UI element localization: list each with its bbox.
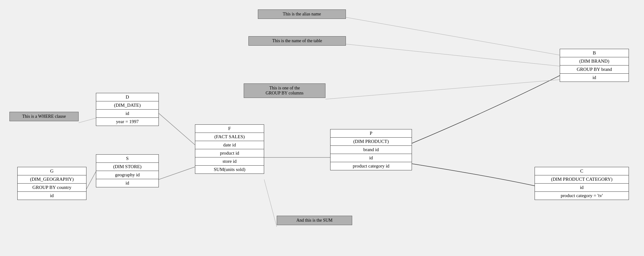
node-P-row-1: id bbox=[330, 154, 412, 162]
node-F-row-2: store id bbox=[195, 157, 264, 166]
node-F-table: (FACT SALES) bbox=[195, 133, 264, 141]
svg-line-0 bbox=[159, 113, 195, 145]
annotation-where-clause: This is a WHERE clause bbox=[9, 112, 79, 121]
node-S-alias: S bbox=[96, 155, 158, 163]
node-G-row-1: id bbox=[18, 192, 86, 200]
node-D-table: (DIM_DATE) bbox=[96, 101, 158, 110]
svg-line-4 bbox=[346, 17, 560, 55]
node-B-table: (DIM BRAND) bbox=[560, 57, 629, 65]
node-G-row-0: GROUP BY country bbox=[18, 184, 86, 192]
node-C: C (DIM PRODUCT CATEGORY) id product cate… bbox=[535, 167, 629, 200]
svg-line-2 bbox=[86, 172, 96, 189]
node-C-alias: C bbox=[535, 167, 629, 175]
node-F-alias: F bbox=[195, 125, 264, 133]
svg-line-8 bbox=[264, 179, 277, 227]
node-B-row-0: GROUP BY brand bbox=[560, 65, 629, 74]
node-P-alias: P bbox=[330, 129, 412, 138]
annotation-group-by: This is one of the GROUP BY columns bbox=[244, 83, 325, 98]
svg-line-6 bbox=[325, 80, 560, 99]
node-G: G (DIM_GEOGRAPHY) GROUP BY country id bbox=[17, 167, 86, 200]
svg-line-5 bbox=[346, 44, 560, 66]
node-F-row-3: SUM(units sold) bbox=[195, 166, 264, 174]
diagram-container: B (DIM BRAND) GROUP BY brand id C (DIM P… bbox=[0, 0, 644, 256]
node-P-row-0: brand id bbox=[330, 146, 412, 154]
node-D-alias: D bbox=[96, 93, 158, 101]
node-B-row-1: id bbox=[560, 74, 629, 82]
node-B: B (DIM BRAND) GROUP BY brand id bbox=[560, 49, 629, 82]
node-P-row-2: product category id bbox=[330, 162, 412, 170]
annotation-alias-name: This is the alias name bbox=[258, 9, 346, 19]
node-C-table: (DIM PRODUCT CATEGORY) bbox=[535, 175, 629, 184]
node-S: S (DIM STORE) geography id id bbox=[96, 154, 159, 187]
node-F-row-1: product id bbox=[195, 149, 264, 157]
node-G-table: (DIM_GEOGRAPHY) bbox=[18, 175, 86, 184]
node-P: P (DIM PRODUCT) brand id id product cate… bbox=[330, 129, 412, 170]
node-D-row-0: id bbox=[96, 110, 158, 118]
node-C-row-1: product category = 'tv' bbox=[535, 192, 629, 200]
node-B-alias: B bbox=[560, 49, 629, 57]
node-F-row-0: date id bbox=[195, 141, 264, 149]
node-C-row-0: id bbox=[535, 184, 629, 192]
node-S-row-1: id bbox=[96, 179, 158, 187]
node-G-alias: G bbox=[18, 167, 86, 175]
svg-line-7 bbox=[79, 118, 96, 123]
node-D: D (DIM_DATE) id year = 1997 bbox=[96, 93, 159, 126]
node-P-table: (DIM PRODUCT) bbox=[330, 138, 412, 146]
annotation-sum: And this is the SUM bbox=[277, 216, 352, 225]
node-S-row-0: geography id bbox=[96, 171, 158, 179]
annotation-table-name: This is the name of the table bbox=[248, 36, 346, 46]
node-D-row-1: year = 1997 bbox=[96, 118, 158, 126]
node-S-table: (DIM STORE) bbox=[96, 163, 158, 171]
node-F: F (FACT SALES) date id product id store … bbox=[195, 124, 264, 174]
svg-line-1 bbox=[159, 167, 195, 179]
